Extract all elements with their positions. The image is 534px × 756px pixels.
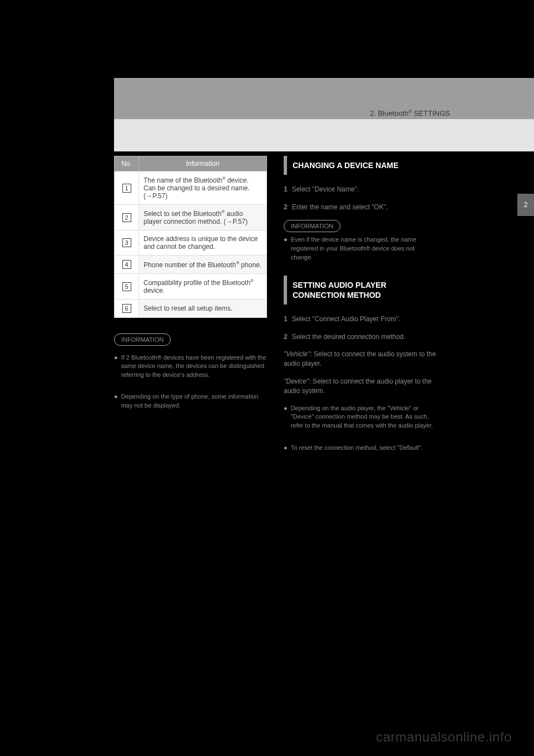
side-tab-label: 2 (524, 201, 528, 209)
step-number: 2 (284, 332, 288, 342)
method-item: "Device": Select to connect the audio pl… (284, 377, 437, 396)
table-desc-cell: Select to reset all setup items. (139, 300, 267, 318)
table-header-no: No. (115, 156, 139, 171)
info-item: ● Depending on the type of phone, some i… (114, 392, 267, 410)
step-text: Enter the name and select "OK". (292, 203, 437, 212)
step-number: 1 (284, 185, 288, 194)
info-label-box: INFORMATION (284, 220, 340, 232)
bullet-icon: ● (114, 354, 118, 379)
table-desc-cell: Phone number of the Bluetooth® phone. (139, 256, 267, 274)
numbox-icon: 5 (122, 282, 131, 291)
table-row: 1 The name of the Bluetooth® device. Can… (115, 171, 267, 205)
numbox-icon: 2 (122, 213, 131, 222)
table-desc-cell: Compatibility profile of the Bluetooth® … (139, 274, 267, 300)
table-desc-cell: Select to set the Bluetooth® audio playe… (139, 205, 267, 230)
step: 1 Select "Connect Audio Player From". (284, 315, 437, 324)
numbox-icon: 3 (122, 238, 131, 247)
side-tab: 2 (517, 194, 534, 216)
note: ● To reset the connection method, select… (284, 444, 437, 453)
table-row: 3 Device address is unique to the device… (115, 230, 267, 256)
method-item: "Vehicle": Select to connect the audio s… (284, 350, 437, 369)
method-label: "Device" (284, 377, 309, 385)
info-item: ● If 2 Bluetooth® devices have been regi… (114, 354, 267, 379)
note-text: Even if the device name is changed, the … (291, 235, 437, 262)
bullet-icon: ● (284, 235, 288, 262)
table-row: 2 Select to set the Bluetooth® audio pla… (115, 205, 267, 230)
step-number: 2 (284, 203, 288, 212)
left-info-block: INFORMATION ● If 2 Bluetooth® devices ha… (114, 333, 267, 410)
note-text: Depending on the audio player, the "Vehi… (291, 404, 437, 431)
table-num-cell: 2 (115, 205, 139, 230)
info-table: No. Information 1 The name of the Blueto… (114, 156, 267, 318)
step-number: 1 (284, 315, 288, 324)
table-row: 5 Compatibility profile of the Bluetooth… (115, 274, 267, 300)
numbox-icon: 6 (122, 304, 131, 313)
table-desc-cell: Device address is unique to the device a… (139, 230, 267, 256)
breadcrumb-prefix: 2. Bluetooth (370, 109, 408, 117)
step: 2 Select the desired connection method. (284, 332, 437, 342)
note: ● Depending on the audio player, the "Ve… (284, 404, 437, 431)
numbox-icon: 1 (122, 184, 131, 193)
section-title-changing-device-name: CHANGING A DEVICE NAME (284, 156, 437, 175)
numbox-icon: 4 (122, 260, 131, 269)
watermark: carmanualsonline.info (376, 729, 512, 745)
info-label-box: INFORMATION (114, 333, 171, 346)
info-text: If 2 Bluetooth® devices have been regist… (121, 354, 267, 379)
note: ● Even if the device name is changed, th… (284, 235, 437, 262)
step-text: Select the desired connection method. (292, 332, 437, 342)
table-row: 4 Phone number of the Bluetooth® phone. (115, 256, 267, 274)
header-grey-bar (114, 78, 534, 119)
table-header-info: Information (139, 156, 267, 171)
table-desc-cell: The name of the Bluetooth® device. Can b… (139, 171, 267, 205)
step-text: Select "Device Name". (292, 185, 437, 194)
info-text: Depending on the type of phone, some inf… (121, 392, 267, 410)
bullet-icon: ● (114, 392, 118, 410)
step-text: Select "Connect Audio Player From". (292, 315, 437, 324)
table-num-cell: 4 (115, 256, 139, 274)
breadcrumb: 2. Bluetooth® SETTINGS (370, 109, 450, 117)
table-num-cell: 3 (115, 230, 139, 256)
bullet-icon: ● (284, 444, 288, 453)
header-light-bar (114, 119, 534, 151)
table-header-row: No. Information (115, 156, 267, 171)
table-num-cell: 6 (115, 300, 139, 318)
section-title-audio-player-connection: SETTING AUDIO PLAYER CONNECTION METHOD (284, 276, 437, 305)
note-text: To reset the connection method, select "… (291, 444, 423, 453)
table-num-cell: 1 (115, 171, 139, 205)
step: 1 Select "Device Name". (284, 185, 437, 194)
bullet-icon: ● (284, 404, 288, 431)
table-num-cell: 5 (115, 274, 139, 300)
method-label: "Vehicle" (284, 350, 310, 358)
table-row: 6 Select to reset all setup items. (115, 300, 267, 318)
breadcrumb-suffix: SETTINGS (412, 109, 450, 117)
step: 2 Enter the name and select "OK". (284, 203, 437, 212)
